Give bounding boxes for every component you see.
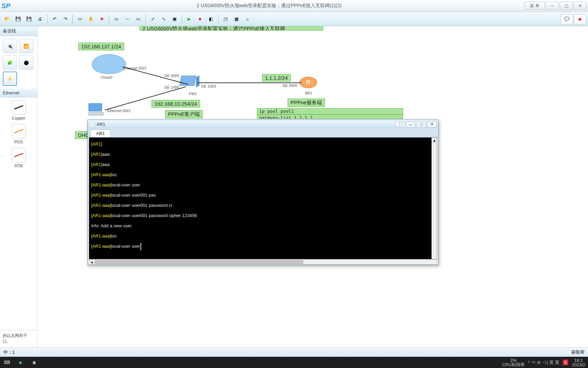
sidebar-section-ethernet: Ethernet [0,89,37,97]
statusbar: 中：1 获取帮 [0,347,588,357]
ip-badge-2: 192.168.10.254/24 [151,100,200,108]
label-cloud: Cloud2 [101,75,113,79]
print-icon[interactable]: 🖨 [35,14,45,24]
config-line-1: gateway-list 1.1.1.2 [257,114,403,119]
task-app-icon-2[interactable]: ◉ [27,357,41,368]
capture-icon[interactable]: ◧ [206,14,216,24]
tool-icon-5[interactable]: ▦ [231,14,242,24]
link-fw-ar1 [197,82,301,83]
conn-item-pos[interactable]: POS [3,124,34,144]
minimize-button[interactable]: — [546,2,559,10]
svg-line-2 [14,153,23,157]
terminal-minimize-button[interactable]: — [406,121,415,127]
device-sidebar: 备连线 🔌 📶 🧩 ⬤ ⚡ Ethernet Copper POS ATM 的以… [0,26,37,347]
sidebar-header: 备连线 [0,26,37,36]
if-label-e001b: Ethernet 0/0/1 [107,109,131,113]
close-window-button[interactable]: ✕ [574,2,587,10]
os-taskbar: ⌨ ◆ ◉ 2% CPU利用率 ^ ㅁ ⊘ ◁) 英 英 S 18:1 2023… [0,357,588,368]
open-icon[interactable]: 📂 [2,14,12,24]
tray-date: 2023/2 [572,363,585,367]
conn-item-copper[interactable]: Copper [3,100,34,121]
pppoe-server-badge: PPPoe服务端 [288,98,325,107]
terminal-expand-button[interactable]: ⛶ [395,121,405,127]
menu-button[interactable]: 菜 单 [524,2,545,10]
tray-clock[interactable]: 18:1 2023/2 [572,358,585,367]
category-icon-wifi[interactable]: 📶 [19,39,33,53]
zoomout-icon[interactable]: ⤡ [159,14,169,24]
conn-label-pos: POS [3,140,34,144]
tray-ime-icon[interactable]: S [563,359,569,365]
start-icon[interactable]: ▶ [184,14,194,24]
conn-label-atm: ATM [3,164,34,168]
if-label-ge000: GE 0/0/0 [164,74,179,78]
pointer-icon[interactable]: ▭ [75,14,85,24]
undo-icon[interactable]: ↶ [49,14,60,24]
if-label-ge100b: GE 1/0/0 [201,84,216,88]
terminal-hscrollbar[interactable]: ◂ [89,259,437,265]
saveall-icon[interactable]: 💾 [24,14,34,24]
pppoe-client-badge: PPPoE客户端 [165,110,203,119]
sidebar-description: 的以太网和千口。 [0,330,37,347]
tray-time: 18:1 [574,358,583,363]
if-label-ge000b: GE 0/0/0 [282,83,297,88]
terminal-close-button[interactable]: ✕ [427,121,437,127]
title-bar: SP 2 USG6000V防火墙web登录配置实验：通过PPPoE接入互联网(1… [0,0,588,12]
terminal-title: AR1 [97,122,105,127]
terminal-maximize-button[interactable]: ▢ [416,121,426,127]
maximize-button[interactable]: ▢ [560,2,573,10]
status-left: 中：1 [3,349,15,355]
tray-cpu-label: CPU利用率 [502,363,525,367]
category-icon-lightning[interactable]: ⚡ [3,72,17,86]
tray-cpu-pct: 2% [510,358,517,363]
category-icon-circle[interactable]: ⬤ [19,55,33,70]
terminal-body[interactable]: [AR1][AR1]aaa[AR1]aaa[AR1-aaa]loc[AR1-aa… [89,137,437,259]
topology-title-badge: 2 USG6000V防火墙web登录配置实验：通过PPPoE接入互联网 [140,26,323,31]
message-icon[interactable]: 💬 [561,14,573,24]
ip-badge-1: 192.168.137.1/24 [78,43,124,50]
tool-icon-2[interactable]: ⋯ [122,14,132,24]
terminal-tab-ar1[interactable]: AR1 [91,129,111,137]
label-fw: FW1 [189,92,197,96]
tool-icon-1[interactable]: ▭ [111,14,121,24]
task-app-icon-1[interactable]: ◆ [14,357,27,368]
node-router-ar1[interactable]: R [299,77,317,90]
window-title: 2 USG6000V防火墙web登录配置实验：通过PPPoE接入互联网(1)(2… [14,3,524,9]
terminal-vscrollbar[interactable]: ▴ [431,138,437,259]
fit-icon[interactable]: ▣ [169,14,180,24]
delete-icon[interactable]: ✖ [97,14,107,24]
config-line-0: ip pool pool1 [257,108,403,114]
stop-icon[interactable]: ■ [195,14,205,24]
category-icon-connection[interactable]: 🔌 [3,39,17,53]
redo-icon[interactable]: ↷ [60,14,70,24]
conn-label-copper: Copper [3,116,34,121]
ip-badge-3: 1.1.1.2/24 [262,74,291,82]
bulb-icon[interactable]: ☼ [242,14,252,24]
node-cloud[interactable] [92,54,126,74]
main-toolbar: 📂 💾 💾 🖨 ↶ ↷ ▭ ✋ ✖ ▭ ⋯ ▭ ⤢ ⤡ ▣ ▶ ■ ◧ ◳ ▦ … [0,12,588,26]
tool-icon-3[interactable]: ▭ [133,14,143,24]
terminal-window: 📄 AR1 ⛶ — ▢ ✕ AR1 [AR1][AR1]aaa[AR1]aaa[… [87,120,439,265]
tray-cpu[interactable]: 2% CPU利用率 [502,358,525,367]
hand-icon[interactable]: ✋ [86,14,96,24]
tool-icon-4[interactable]: ◳ [220,14,231,24]
node-dhcp-client[interactable] [88,103,105,118]
label-ar1: AR1 [305,91,312,95]
category-icon-device[interactable]: 🧩 [3,55,17,70]
topology-canvas[interactable]: 2 USG6000V防火墙web登录配置实验：通过PPPoE接入互联网 192.… [37,26,588,347]
zoomin-icon[interactable]: ⤢ [148,14,158,24]
save-icon[interactable]: 💾 [13,14,23,24]
terminal-titlebar[interactable]: 📄 AR1 ⛶ — ▢ ✕ [88,120,438,128]
tray-icons[interactable]: ^ ㅁ ⊘ ◁) 英 英 [528,359,559,366]
svg-line-1 [14,129,23,133]
conn-item-atm[interactable]: ATM [3,148,34,168]
huawei-icon[interactable]: ◆ [574,14,586,24]
status-right: 获取帮 [571,349,585,355]
task-input-icon[interactable]: ⌨ [0,357,14,368]
app-logo: SP [0,2,14,10]
svg-line-0 [14,106,23,109]
